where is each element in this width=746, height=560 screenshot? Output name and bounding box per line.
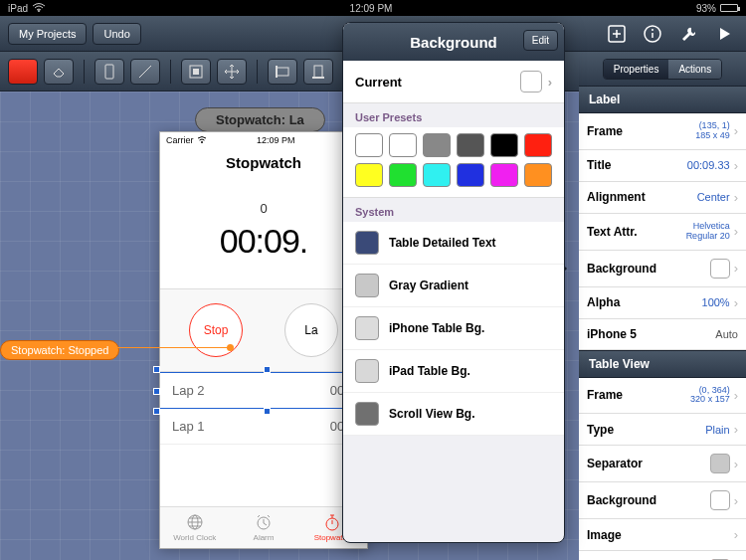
tv-separator-row[interactable]: Separator › [579, 446, 746, 482]
system-swatch [355, 274, 379, 297]
preset-swatch[interactable] [389, 133, 417, 157]
phone-status-bar: Carrier 12:09 PM [160, 132, 367, 148]
lap-row[interactable]: Lap 2 00:0 [160, 372, 367, 409]
text-attr-row[interactable]: Text Attr. HelveticaRegular 20 › [579, 214, 746, 251]
ruler-button[interactable] [130, 59, 160, 85]
preset-swatch[interactable] [355, 163, 383, 187]
eraser-button[interactable] [44, 59, 74, 85]
lap-name: Lap 1 [172, 419, 205, 434]
tab-actions[interactable]: Actions [668, 60, 721, 79]
edit-button[interactable]: Edit [523, 30, 558, 51]
system-row[interactable]: Scroll View Bg. [343, 393, 564, 436]
chevron-right-icon: › [734, 422, 738, 437]
system-row[interactable]: Table Detailed Text [343, 222, 564, 265]
preset-swatch[interactable] [490, 163, 518, 187]
main-time-label[interactable]: 00:09. [160, 216, 367, 288]
ipad-status-bar: iPad 12:09 PM 93% [0, 0, 746, 16]
tv-type-row[interactable]: Type Plain › [579, 414, 746, 446]
system-row[interactable]: Gray Gradient [343, 265, 564, 307]
move-button[interactable] [217, 59, 247, 85]
align-left-button[interactable] [268, 59, 297, 85]
system-label: iPhone Table Bg. [389, 321, 484, 335]
device-portrait-button[interactable] [94, 59, 124, 85]
lap-time-small[interactable]: 0 [160, 183, 367, 216]
preset-swatch[interactable] [457, 133, 484, 157]
chevron-right-icon: › [734, 261, 738, 276]
annotation-connector [117, 347, 229, 348]
tv-frame-row[interactable]: Frame (0, 364)320 x 157 › [579, 378, 746, 415]
system-row[interactable]: iPad Table Bg. [343, 350, 564, 393]
alarm-icon [255, 513, 273, 531]
tv-image-row[interactable]: Image › [579, 519, 746, 551]
stopwatch-buttons: Stop La [160, 288, 367, 372]
system-swatch [355, 402, 379, 426]
svg-rect-6 [193, 69, 199, 75]
device-label: iPad [8, 3, 28, 14]
wifi-icon [32, 3, 46, 13]
status-time: 12:09 PM [46, 3, 696, 14]
tv-background-row[interactable]: Background › [579, 482, 746, 519]
svg-point-0 [38, 10, 40, 12]
tools-button[interactable] [674, 20, 702, 48]
preset-swatch[interactable] [524, 163, 552, 187]
system-swatch [355, 231, 379, 255]
system-swatch [355, 359, 379, 383]
alignment-row[interactable]: Alignment Center › [579, 182, 746, 214]
svg-point-3 [652, 29, 653, 31]
background-popover: Background Edit Current › User Presets S… [342, 22, 565, 543]
add-button[interactable] [603, 20, 631, 48]
svg-point-9 [201, 141, 203, 143]
iphone5-row[interactable]: iPhone 5 Auto [579, 319, 746, 350]
system-label: Table Detailed Text [389, 236, 496, 250]
preset-swatch[interactable] [389, 163, 417, 187]
system-label: iPad Table Bg. [389, 364, 470, 378]
info-button[interactable] [639, 20, 666, 48]
frame-row[interactable]: Frame (135, 1)185 x 49 › [579, 113, 746, 150]
lap-button[interactable]: La [284, 303, 338, 357]
preset-swatch[interactable] [490, 133, 518, 157]
current-row[interactable]: Current › [343, 61, 564, 103]
phone-mockup[interactable]: Carrier 12:09 PM Stopwatch 0 00:09. Stop… [159, 131, 368, 549]
popover-title: Background [410, 34, 497, 51]
background-row[interactable]: Background › [579, 251, 746, 287]
user-presets-header: User Presets [343, 103, 564, 127]
bg-swatch [710, 490, 730, 510]
title-row[interactable]: Title 00:09.33 › [579, 150, 746, 182]
undo-button[interactable]: Undo [93, 23, 140, 45]
popover-header: Background Edit [343, 23, 564, 61]
lap-row[interactable]: Lap 1 00:0 [160, 409, 367, 445]
tab-alarm[interactable]: Alarm [229, 507, 297, 548]
state-annotation[interactable]: Stopwatch: Stopped [0, 340, 119, 360]
record-button[interactable] [8, 59, 38, 85]
chevron-right-icon: › [734, 295, 738, 310]
tv-tint-row[interactable]: Tint › [579, 551, 746, 560]
play-button[interactable] [710, 20, 738, 48]
separator-swatch [710, 454, 730, 473]
inspector-panel: Properties Actions Label Frame (135, 1)1… [579, 52, 746, 560]
tab-world-clock[interactable]: World Clock [160, 507, 229, 548]
bounds-button[interactable] [181, 59, 211, 85]
preset-swatch[interactable] [423, 163, 451, 187]
preset-swatch[interactable] [423, 133, 451, 157]
current-label: Current [355, 75, 402, 90]
preset-swatch[interactable] [524, 133, 552, 157]
svg-rect-4 [105, 65, 113, 79]
scene-title[interactable]: Stopwatch: La [195, 107, 325, 132]
tableview-group-header: Table View [579, 350, 746, 378]
battery-icon [720, 4, 738, 12]
carrier-label: Carrier [166, 135, 194, 145]
system-list: Table Detailed TextGray GradientiPhone T… [343, 222, 564, 436]
phone-tabbar: World Clock Alarm Stopwatch [160, 506, 367, 548]
preset-swatch[interactable] [355, 133, 383, 157]
annotation-endpoint [227, 344, 234, 351]
align-bottom-button[interactable] [303, 59, 333, 85]
laps-table[interactable]: Lap 2 00:0 Lap 1 00:0 [160, 372, 367, 445]
system-row[interactable]: iPhone Table Bg. [343, 307, 564, 350]
chevron-right-icon: › [734, 190, 738, 205]
tab-properties[interactable]: Properties [604, 60, 669, 79]
alpha-row[interactable]: Alpha 100% › [579, 287, 746, 319]
stop-button[interactable]: Stop [189, 303, 243, 357]
my-projects-button[interactable]: My Projects [8, 23, 87, 45]
system-label: Gray Gradient [389, 279, 468, 292]
preset-swatch[interactable] [457, 163, 484, 187]
